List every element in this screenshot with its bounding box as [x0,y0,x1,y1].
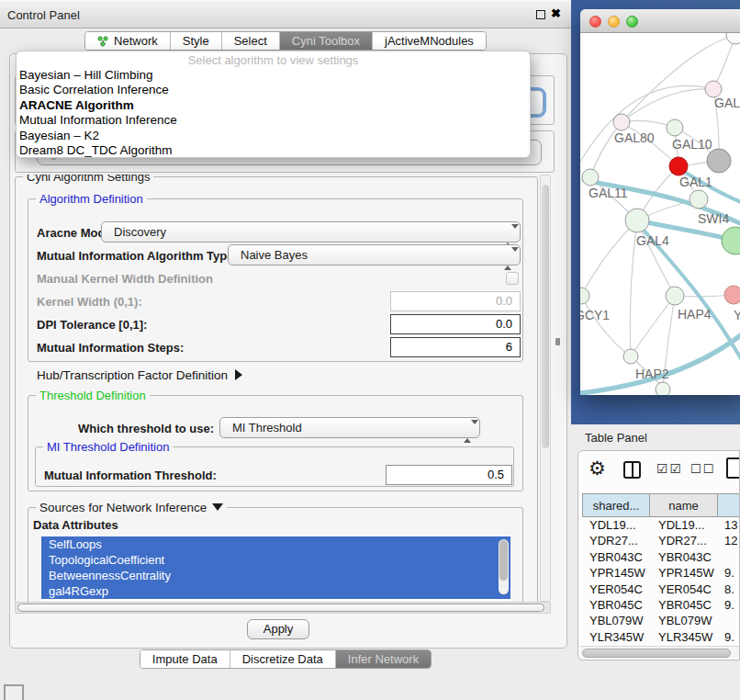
network-window[interactable]: GAL GAL80 GAL10 GAL1 SWI4 GAL11 GAL4 GCY… [580,9,740,395]
mi-type-combobox[interactable]: Naive Bayes [228,244,521,265]
minimized-panel-icon[interactable] [4,684,24,700]
tab-discretize-data-label: Discretize Data [242,652,323,666]
cell-value: 9. [718,629,740,645]
network-edge [631,296,675,356]
settings-horizontal-scrollbar[interactable] [15,602,551,614]
deselect-all-checks-icon[interactable]: ☐☐ [690,462,715,476]
network-node[interactable] [656,382,670,395]
node-label-gal11: GAL11 [589,186,628,200]
cell-shared: YPR145W [582,565,650,581]
network-node[interactable] [726,33,740,44]
hub-definition-toggle[interactable]: Hub/Transcription Factor Definition [37,368,242,382]
tab-discretize-data[interactable]: Discretize Data [230,650,336,668]
mi-type-label: Mutual Information Algorithm Type: [37,249,238,263]
tab-infer-network[interactable]: Infer Network [336,650,431,668]
network-node-hap4[interactable] [666,287,684,305]
table-horizontal-scrollbar-thumb[interactable] [582,649,731,658]
tab-impute-data[interactable]: Impute Data [140,650,230,668]
expanded-arrow-icon[interactable] [212,503,223,511]
tab-jactivemnodules-label: jActiveMNodules [385,34,474,48]
gear-icon[interactable]: ⚙ [589,457,606,480]
table-row[interactable]: YPR145W YPR145W 9. [582,565,740,581]
settings-vertical-scrollbar[interactable] [540,175,551,602]
document-icon[interactable] [726,457,740,479]
table-row[interactable]: YDL19... YDL19... 13 [582,517,740,533]
table-horizontal-scrollbar[interactable] [580,646,739,658]
network-node-gray[interactable] [707,149,731,173]
popup-item-aracne[interactable]: ARACNE Algorithm [17,98,530,113]
network-edge [581,220,637,296]
kernel-width-field[interactable]: 0.0 [390,291,521,311]
apply-button[interactable]: Apply [247,619,309,639]
popup-item-bayesian-k2[interactable]: Bayesian – K2 [17,129,530,143]
network-node-green-large[interactable] [722,227,740,254]
close-traffic-icon[interactable] [589,16,601,28]
network-node-gal1[interactable] [669,157,688,175]
network-node-gal80[interactable] [613,114,630,130]
attributes-scrollbar[interactable] [499,539,509,594]
tab-impute-data-label: Impute Data [152,652,218,666]
table-row[interactable]: YLR345W YLR345W 9. [582,629,740,645]
settings-horizontal-scrollbar-thumb[interactable] [17,604,544,612]
network-node-gcy1[interactable] [580,288,589,304]
network-node-swi4[interactable] [690,190,708,209]
columns-icon[interactable] [623,461,641,479]
mi-type-value: Naive Bayes [241,248,308,262]
attributes-scrollbar-thumb[interactable] [499,540,508,581]
settings-vertical-scrollbar-thumb[interactable] [542,185,549,448]
node-label-gal: GAL [714,96,740,110]
mi-threshold-field[interactable]: 0.5 [386,465,512,485]
network-window-titlebar[interactable] [580,9,740,33]
cell-name: YBL079W [650,613,718,628]
network-node-salmon[interactable] [724,286,740,304]
tab-select-label: Select [234,34,267,48]
which-threshold-label: Which threshold to use: [78,422,214,435]
cell-shared: YBR045C [582,597,650,613]
table-row[interactable]: YDR27... YDR27... 12 [582,533,740,548]
float-window-icon[interactable] [536,10,545,19]
mi-steps-field[interactable]: 6 [390,337,521,357]
network-node-gal10[interactable] [667,119,683,136]
cell-name: YBR043C [650,549,718,565]
minimize-traffic-icon[interactable] [608,16,620,28]
data-attributes-list: SelfLoops TopologicalCoefficient Between… [41,536,510,602]
network-canvas[interactable]: GAL GAL80 GAL10 GAL1 SWI4 GAL11 GAL4 GCY… [580,33,740,395]
tab-cyni-toolbox[interactable]: Cyni Toolbox [280,32,373,50]
table-row[interactable]: YER054C YER054C 8. [582,581,740,597]
aracne-mode-combobox[interactable]: Discovery [101,221,521,243]
list-item-topologicalcoefficient[interactable]: TopologicalCoefficient [41,552,510,568]
manual-kernel-label: Manual Kernel Width Definition [37,272,213,286]
dpi-tolerance-label: DPI Tolerance [0,1]: [37,318,147,332]
column-header-partial[interactable] [718,493,740,517]
list-item-selfloops[interactable]: SelfLoops [41,536,510,552]
dpi-tolerance-field[interactable]: 0.0 [390,314,521,334]
popup-item-basic-correlation[interactable]: Basic Correlation Inference [17,83,530,97]
column-header-name[interactable]: name [650,493,718,517]
network-node-gal4[interactable] [625,209,649,232]
zoom-traffic-icon[interactable] [626,16,638,28]
tab-style[interactable]: Style [171,32,222,50]
table-row[interactable]: YBR045C YBR045C 9. [582,597,740,613]
network-node-hap2[interactable] [623,349,638,364]
cell-shared: YER054C [582,581,650,597]
popup-item-dream8[interactable]: Dream8 DC_TDC Algorithm [17,143,530,158]
node-label-hap4: HAP4 [678,307,712,322]
select-all-checks-icon[interactable]: ☑☑ [656,461,683,476]
table-row[interactable]: YBR043C YBR043C [582,549,740,565]
network-node-gal11[interactable] [582,169,599,186]
tab-jactivemnodules[interactable]: jActiveMNodules [373,32,486,50]
column-header-shared[interactable]: shared... [582,493,650,517]
table-row[interactable]: YBL079W YBL079W [582,613,740,628]
split-divider-grip[interactable] [555,338,560,345]
popup-item-bayesian-hill-climbing[interactable]: Bayesian – Hill Climbing [17,68,530,83]
cyni-algorithm-settings-legend: Cyni Algorithm Settings [23,175,153,184]
which-threshold-combobox[interactable]: MI Threshold [219,417,480,438]
list-item-gal4rgexp[interactable]: gal4RGexp [41,583,510,599]
manual-kernel-checkbox[interactable] [506,272,519,285]
list-item-betweennesscentrality[interactable]: BetweennessCentrality [41,568,510,583]
tab-select[interactable]: Select [222,32,280,50]
popup-item-mutual-information[interactable]: Mutual Information Inference [17,113,530,128]
tab-network[interactable]: Network [85,32,171,50]
settings-viewport: Cyni Algorithm Settings Algorithm Defini… [15,175,540,602]
close-icon[interactable]: ✖ [551,6,561,20]
